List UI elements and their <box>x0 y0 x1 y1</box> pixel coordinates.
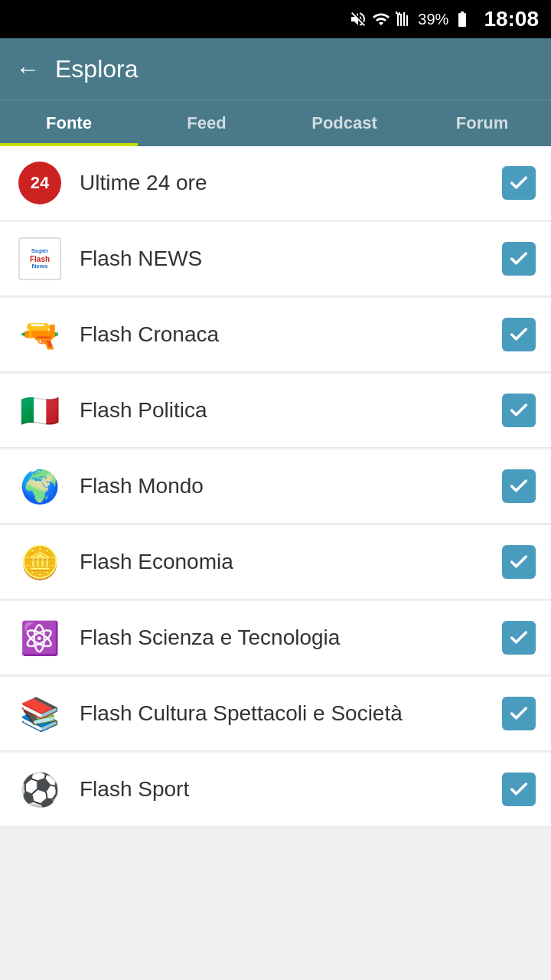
flashnews-checkbox[interactable] <box>502 242 536 276</box>
flashmondo-checkbox[interactable] <box>502 469 536 503</box>
status-icons: 39% <box>349 10 471 28</box>
back-button[interactable]: ← <box>15 55 40 83</box>
source-list: 24 Ultime 24 ore Super Flash News Flash … <box>0 146 551 827</box>
flashnews-icon: Super Flash News <box>15 234 64 283</box>
list-item: 🇮🇹 Flash Politica <box>0 374 551 448</box>
item-label: Flash Sport <box>80 777 502 802</box>
flashmondo-icon: 🌍 <box>15 462 64 511</box>
flashscienza-checkbox[interactable] <box>502 621 536 655</box>
battery-indicator: 39% <box>418 11 448 28</box>
toolbar: ← Esplora <box>0 38 551 100</box>
tab-forum[interactable]: Forum <box>413 100 551 146</box>
battery-icon <box>453 10 471 28</box>
tab-feed[interactable]: Feed <box>138 100 276 146</box>
list-item: 🪙 Flash Economia <box>0 525 551 599</box>
list-item: ⚛️ Flash Scienza e Tecnologia <box>0 601 551 675</box>
status-time: 18:08 <box>484 7 539 31</box>
item-label: Flash Politica <box>80 398 502 423</box>
flashsport-icon: ⚽ <box>15 765 64 814</box>
page-title: Esplora <box>55 55 139 83</box>
wifi-icon <box>372 10 390 28</box>
mute-icon <box>349 10 367 28</box>
list-item: 🔫 Flash Cronaca <box>0 298 551 372</box>
flasheconomia-checkbox[interactable] <box>502 545 536 579</box>
flashcultura-icon: 📚 <box>15 689 64 738</box>
ultime24-icon: 24 <box>15 158 64 207</box>
flashscienza-icon: ⚛️ <box>15 613 64 662</box>
flashcultura-checkbox[interactable] <box>502 697 536 730</box>
flashpolitica-icon: 🇮🇹 <box>15 386 64 435</box>
item-label: Ultime 24 ore <box>80 171 502 195</box>
list-item: 24 Ultime 24 ore <box>0 146 551 220</box>
item-label: Flash Cultura Spettacoli e Società <box>80 701 502 726</box>
tab-podcast[interactable]: Podcast <box>276 100 413 146</box>
list-item: 📚 Flash Cultura Spettacoli e Società <box>0 677 551 751</box>
item-label: Flash Scienza e Tecnologia <box>80 626 502 650</box>
status-bar: 39% 18:08 <box>0 0 551 38</box>
list-item: 🌍 Flash Mondo <box>0 449 551 524</box>
list-item: ⚽ Flash Sport <box>0 753 551 827</box>
tab-fonte[interactable]: Fonte <box>0 100 138 146</box>
item-label: Flash Economia <box>80 550 502 574</box>
flasheconomia-icon: 🪙 <box>15 537 64 586</box>
signal-icon <box>395 10 413 28</box>
list-item: Super Flash News Flash NEWS <box>0 222 551 296</box>
tabs-bar: Fonte Feed Podcast Forum <box>0 100 551 146</box>
flashcronaca-checkbox[interactable] <box>502 318 536 351</box>
item-label: Flash Mondo <box>80 474 502 498</box>
flashsport-checkbox[interactable] <box>502 773 536 806</box>
flashcronaca-icon: 🔫 <box>15 310 64 359</box>
item-label: Flash NEWS <box>80 247 502 271</box>
flashpolitica-checkbox[interactable] <box>502 394 536 427</box>
ultime24-checkbox[interactable] <box>502 166 536 200</box>
item-label: Flash Cronaca <box>80 322 502 347</box>
